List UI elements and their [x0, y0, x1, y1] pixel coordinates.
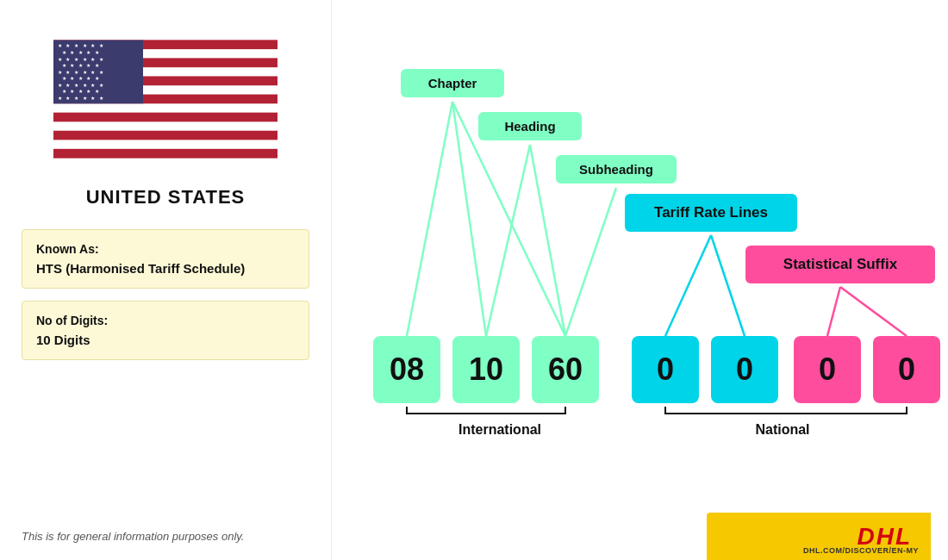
- dhl-url: DHL.COM/DISCOVER/EN-MY: [803, 546, 919, 555]
- svg-text:★: ★: [65, 56, 70, 62]
- svg-text:★: ★: [70, 88, 74, 94]
- svg-text:★: ★: [83, 82, 87, 88]
- svg-rect-12: [53, 140, 278, 149]
- svg-text:★: ★: [58, 56, 62, 62]
- svg-text:★: ★: [78, 88, 83, 94]
- digits-label: No of Digits:: [36, 314, 295, 327]
- svg-text:★: ★: [70, 49, 74, 55]
- svg-rect-8: [53, 103, 278, 113]
- svg-text:★: ★: [58, 69, 62, 75]
- svg-line-70: [565, 188, 616, 336]
- svg-text:★: ★: [62, 75, 66, 81]
- svg-text:★: ★: [83, 56, 87, 62]
- svg-text:★: ★: [65, 95, 70, 101]
- svg-text:★: ★: [99, 56, 103, 62]
- svg-text:★: ★: [95, 62, 99, 68]
- svg-text:★: ★: [83, 95, 87, 101]
- svg-rect-9: [53, 113, 278, 122]
- digit-10: 10: [452, 336, 520, 403]
- svg-text:★: ★: [74, 95, 78, 101]
- svg-text:★: ★: [99, 95, 103, 101]
- digit-0c: 0: [794, 336, 861, 403]
- disclaimer: This is for general information purposes…: [22, 521, 309, 543]
- left-panel: ★★★★★★ ★★★★★ ★★★★★★ ★★★★★ ★★★★★★ ★★★★★ ★…: [0, 0, 332, 560]
- svg-text:★: ★: [95, 88, 99, 94]
- svg-text:★: ★: [74, 69, 78, 75]
- bracket-national: National: [649, 422, 916, 438]
- digit-0a: 0: [632, 336, 699, 403]
- known-as-label: Known As:: [36, 242, 295, 256]
- svg-text:★: ★: [90, 95, 95, 101]
- svg-text:★: ★: [70, 75, 74, 81]
- diagram-area: Chapter Heading Subheading Tariff Rate L…: [349, 17, 931, 560]
- svg-text:★: ★: [86, 49, 90, 55]
- svg-text:★: ★: [90, 56, 95, 62]
- svg-line-65: [407, 102, 452, 336]
- svg-text:★: ★: [74, 56, 78, 62]
- svg-text:★: ★: [74, 42, 78, 48]
- svg-text:★: ★: [65, 69, 70, 75]
- svg-text:★: ★: [78, 62, 83, 68]
- svg-text:★: ★: [95, 75, 99, 81]
- svg-text:★: ★: [86, 62, 90, 68]
- svg-line-71: [665, 235, 711, 336]
- connector-lines: [349, 17, 931, 560]
- tariff-label: Tariff Rate Lines: [625, 194, 797, 232]
- svg-text:★: ★: [58, 82, 62, 88]
- svg-text:★: ★: [62, 88, 66, 94]
- svg-text:★: ★: [90, 42, 95, 48]
- heading-label: Heading: [478, 112, 582, 140]
- svg-text:★: ★: [65, 82, 70, 88]
- svg-text:★: ★: [65, 42, 70, 48]
- svg-text:★: ★: [86, 75, 90, 81]
- svg-text:★: ★: [83, 69, 87, 75]
- svg-rect-10: [53, 121, 278, 131]
- digit-0b: 0: [711, 336, 778, 403]
- bracket-international: International: [396, 422, 603, 438]
- digits-box: No of Digits: 10 Digits: [22, 301, 309, 360]
- svg-line-68: [486, 145, 530, 336]
- digit-0d: 0: [873, 336, 940, 403]
- flag-container: ★★★★★★ ★★★★★ ★★★★★★ ★★★★★ ★★★★★★ ★★★★★ ★…: [53, 26, 278, 172]
- svg-text:★: ★: [99, 42, 103, 48]
- svg-text:★: ★: [86, 88, 90, 94]
- subheading-label: Subheading: [556, 155, 677, 184]
- svg-text:★: ★: [58, 42, 62, 48]
- svg-line-73: [827, 287, 840, 336]
- known-as-value: HTS (Harmonised Tariff Schedule): [36, 261, 295, 276]
- svg-text:★: ★: [74, 82, 78, 88]
- svg-text:★: ★: [62, 49, 66, 55]
- svg-text:★: ★: [90, 69, 95, 75]
- svg-text:★: ★: [83, 42, 87, 48]
- svg-text:★: ★: [58, 95, 62, 101]
- svg-text:★: ★: [95, 49, 99, 55]
- svg-text:★: ★: [78, 49, 83, 55]
- chapter-label: Chapter: [401, 69, 504, 97]
- svg-text:★: ★: [99, 69, 103, 75]
- svg-text:★: ★: [70, 62, 74, 68]
- dhl-footer: DHL DHL.COM/DISCOVER/EN-MY: [707, 513, 931, 560]
- digit-60: 60: [532, 336, 599, 403]
- svg-rect-13: [53, 149, 278, 159]
- country-name: UNITED STATES: [86, 186, 246, 208]
- digit-08: 08: [373, 336, 440, 403]
- digits-value: 10 Digits: [36, 333, 295, 347]
- svg-text:★: ★: [90, 82, 95, 88]
- statistical-label: Statistical Suffix: [745, 246, 935, 283]
- svg-line-72: [711, 235, 745, 336]
- svg-line-74: [840, 287, 907, 336]
- known-as-box: Known As: HTS (Harmonised Tariff Schedul…: [22, 229, 309, 289]
- svg-text:★: ★: [99, 82, 103, 88]
- svg-text:★: ★: [62, 62, 66, 68]
- svg-rect-11: [53, 131, 278, 140]
- right-panel: Chapter Heading Subheading Tariff Rate L…: [332, 0, 948, 560]
- svg-text:★: ★: [78, 75, 83, 81]
